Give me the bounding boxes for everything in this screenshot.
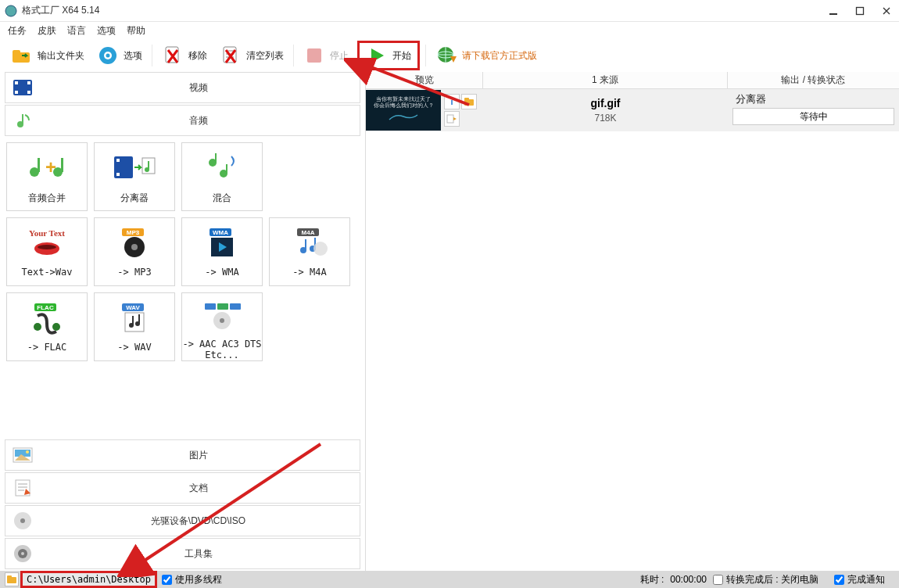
wav-icon: WAV: [111, 298, 158, 337]
svg-text:WAV: WAV: [126, 304, 140, 311]
clear-label: 清空列表: [246, 49, 284, 63]
category-audio-label: 音频: [37, 114, 360, 127]
tile-wav[interactable]: WAV -> WAV: [94, 292, 175, 361]
tile-mix[interactable]: 混合: [181, 142, 263, 211]
disc-icon: [9, 510, 37, 532]
options-button[interactable]: 选项: [92, 41, 147, 70]
category-toolset[interactable]: 工具集: [5, 538, 360, 569]
multithread-input[interactable]: [162, 575, 172, 585]
svg-rect-2: [857, 7, 864, 14]
category-document-label: 文档: [37, 482, 360, 495]
task-mini-buttons: i: [441, 92, 480, 128]
audio-icon: [9, 109, 37, 131]
svg-rect-24: [22, 114, 23, 124]
tile-merge-label: 音频合并: [28, 192, 66, 205]
tile-aac-etc[interactable]: -> AAC AC3 DTS Etc...: [181, 292, 263, 361]
mix-icon: [199, 148, 245, 187]
svg-point-73: [220, 318, 224, 323]
tile-m4a[interactable]: M4A -> M4A: [269, 217, 350, 286]
col-status[interactable]: 输出 / 转换状态: [728, 72, 899, 88]
stop-button[interactable]: 停止: [299, 41, 353, 70]
tile-mp3[interactable]: MP3 -> MP3: [94, 217, 175, 286]
menu-language[interactable]: 语言: [67, 24, 86, 38]
toolset-icon: [9, 543, 37, 565]
download-official-button[interactable]: 请下载官方正式版: [431, 41, 542, 70]
right-panel: 预览 1 来源 输出 / 转换状态 当你有新未来找过天了你会后悔么我们对的人？ …: [366, 72, 899, 571]
category-optical[interactable]: 光驱设备\DVD\CD\ISO: [5, 505, 360, 536]
task-preview-cell: 当你有新未来找过天了你会后悔么我们对的人？ i: [366, 89, 483, 131]
svg-rect-71: [230, 303, 241, 310]
tile-splitter-label: 分离器: [120, 192, 149, 205]
menu-task[interactable]: 任务: [8, 24, 27, 38]
output-folder-label: 输出文件夹: [38, 49, 84, 63]
notify-done-checkbox[interactable]: 完成通知: [834, 573, 885, 586]
task-row[interactable]: 当你有新未来找过天了你会后悔么我们对的人？ i: [366, 89, 899, 131]
left-spacer: [0, 366, 365, 439]
svg-text:你会后悔么我们对的人？: 你会后悔么我们对的人？: [373, 102, 434, 109]
tile-wav-label: -> WAV: [117, 342, 151, 353]
notify-input[interactable]: [834, 575, 844, 585]
multithread-label: 使用多线程: [175, 573, 222, 586]
task-play-button[interactable]: [444, 111, 460, 127]
tile-textwav-label: Text->Wav: [21, 267, 72, 278]
maximize-button[interactable]: [852, 3, 868, 19]
svg-rect-66: [132, 316, 134, 325]
svg-rect-39: [226, 164, 227, 174]
category-document[interactable]: 文档: [5, 472, 360, 504]
minimize-button[interactable]: [826, 3, 841, 19]
col-source[interactable]: 1 来源: [483, 72, 728, 88]
tile-wma[interactable]: WMA -> WMA: [181, 217, 263, 286]
svg-rect-32: [116, 173, 120, 176]
close-button[interactable]: [879, 3, 894, 19]
category-picture[interactable]: 图片: [5, 439, 360, 471]
output-path[interactable]: C:\Users\admin\Desktop: [22, 572, 156, 586]
m4a-icon: M4A: [286, 223, 333, 262]
svg-marker-94: [453, 117, 457, 120]
task-operation: 分离器: [736, 92, 894, 106]
tile-audio-merge[interactable]: + 音频合并: [6, 142, 88, 211]
tile-flac[interactable]: FLAC -> FLAC: [6, 292, 88, 361]
shutdown-after-checkbox[interactable]: 转换完成后 : 关闭电脑: [713, 573, 818, 586]
document-icon: [9, 477, 37, 499]
start-label: 开始: [392, 49, 411, 63]
shutdown-label: 转换完成后 : 关闭电脑: [726, 573, 818, 586]
toolbar: 输出文件夹 选项 移除 清空列表 停止 开始: [0, 39, 899, 72]
start-button[interactable]: 开始: [358, 41, 419, 70]
open-output-folder-button[interactable]: [5, 572, 19, 586]
svg-point-87: [21, 552, 24, 555]
category-video[interactable]: 视频: [5, 72, 360, 103]
elapsed-label: 耗时 :: [640, 573, 664, 586]
multithread-checkbox[interactable]: 使用多线程: [162, 573, 222, 586]
tile-splitter[interactable]: 分离器: [94, 142, 175, 211]
clear-icon: [220, 45, 242, 66]
svg-point-57: [313, 242, 328, 256]
tile-text-wav[interactable]: Your Text Text->Wav: [6, 217, 88, 286]
tile-wma-label: -> WMA: [205, 267, 238, 278]
svg-point-84: [20, 518, 25, 523]
svg-rect-21: [27, 81, 30, 84]
category-audio[interactable]: 音频: [5, 105, 360, 136]
category-optical-label: 光驱设备\DVD\CD\ISO: [37, 514, 360, 528]
task-state: 等待中: [732, 108, 894, 125]
task-info-button[interactable]: i: [444, 94, 460, 109]
remove-button[interactable]: 移除: [157, 41, 212, 70]
menu-options[interactable]: 选项: [97, 24, 116, 38]
menu-skin[interactable]: 皮肤: [38, 24, 56, 38]
picture-icon: [9, 444, 37, 466]
task-thumbnail[interactable]: 当你有新未来找过天了你会后悔么我们对的人？: [366, 90, 441, 131]
shutdown-input[interactable]: [713, 575, 723, 585]
task-open-folder-button[interactable]: [461, 94, 477, 109]
svg-point-0: [5, 5, 16, 16]
notify-label: 完成通知: [847, 573, 885, 586]
tile-mix-label: 混合: [213, 192, 231, 205]
tile-mp3-label: -> MP3: [117, 267, 151, 278]
col-preview[interactable]: 预览: [366, 72, 483, 88]
svg-rect-96: [7, 575, 12, 579]
mp3-icon: MP3: [111, 223, 158, 262]
toolbar-separator-2: [293, 45, 294, 66]
video-icon: [9, 77, 37, 99]
menu-help[interactable]: 帮助: [127, 24, 145, 38]
output-folder-button[interactable]: 输出文件夹: [6, 41, 89, 70]
clear-list-button[interactable]: 清空列表: [215, 41, 288, 70]
category-picture-label: 图片: [37, 449, 360, 462]
